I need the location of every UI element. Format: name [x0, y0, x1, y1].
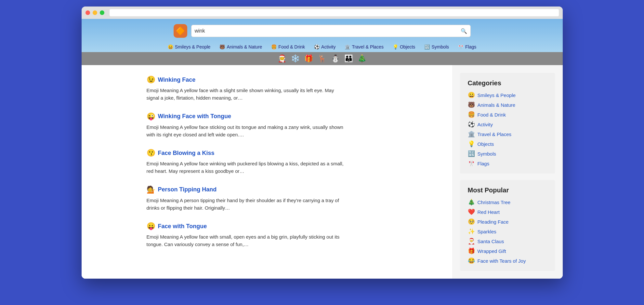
nav-animals[interactable]: 🐻Animals & Nature [219, 44, 262, 49]
cat-flags-link[interactable]: Flags [478, 161, 490, 166]
cat-animals-emoji: 🐻 [468, 101, 475, 108]
maximize-button[interactable] [100, 10, 104, 15]
result-link-2[interactable]: Face Blowing a Kiss [158, 150, 215, 157]
pleading-face-link[interactable]: Pleading Face [478, 219, 509, 225]
cat-objects-link[interactable]: Objects [478, 141, 494, 147]
cat-objects[interactable]: 💡Objects [468, 140, 547, 147]
result-title-0: 😉 Winking Face [147, 76, 437, 84]
nav-activity-emoji: ⚽ [314, 44, 320, 49]
result-link-1[interactable]: Winking Face with Tongue [158, 113, 231, 120]
categories-list: 😀Smileys & People 🐻Animals & Nature 🍔Foo… [468, 91, 547, 167]
nav-smileys[interactable]: 😀Smileys & People [168, 44, 211, 49]
subheader: 🧑‍🎄 ❄️ 🎁 🦌 ⛄ 👪 🎄 [82, 52, 563, 65]
search-row: 🔶 🔍 [82, 24, 563, 42]
nav-flags[interactable]: 🎌Flags [458, 44, 476, 49]
cat-symbols-link[interactable]: Symbols [478, 151, 496, 157]
tears-of-joy-link[interactable]: Face with Tears of Joy [478, 258, 526, 264]
result-emoji-3: 💁 [147, 186, 155, 194]
nav-symbols[interactable]: 🔣Symbols [424, 44, 449, 49]
result-title-2: 😗 Face Blowing a Kiss [147, 149, 437, 157]
wrapped-gift-link[interactable]: Wrapped Gift [478, 248, 506, 254]
nav-travel[interactable]: 🏛️Travel & Places [345, 44, 384, 49]
cat-smileys-link[interactable]: Smileys & People [478, 92, 516, 98]
red-heart-link[interactable]: Red Heart [478, 209, 500, 215]
subheader-icon-1[interactable]: ❄️ [291, 54, 300, 63]
popular-wrapped-gift[interactable]: 🎁Wrapped Gift [468, 247, 547, 255]
app-icon: 🔶 [174, 24, 187, 38]
cat-flags[interactable]: 🎌Flags [468, 160, 547, 167]
wrapped-gift-emoji: 🎁 [468, 247, 475, 255]
result-title-1: 😜 Winking Face with Tongue [147, 112, 437, 121]
result-text-0: Emoji Meaning A yellow face with a sligh… [147, 87, 348, 102]
christmas-tree-link[interactable]: Christmas Tree [478, 200, 511, 205]
main-content: 😉 Winking Face Emoji Meaning A yellow fa… [82, 65, 452, 279]
result-text-1: Emoji Meaning A yellow face sticking out… [147, 123, 348, 139]
popular-red-heart[interactable]: ❤️Red Heart [468, 208, 547, 215]
cat-symbols[interactable]: 🔣Symbols [468, 150, 547, 157]
cat-travel-link[interactable]: Travel & Places [478, 132, 511, 137]
nav-activity-label: Activity [321, 44, 335, 49]
cat-travel[interactable]: 🏛️Travel & Places [468, 131, 547, 138]
sparkles-emoji: ✨ [468, 228, 475, 235]
close-button[interactable] [85, 10, 90, 15]
search-input[interactable] [195, 28, 458, 34]
christmas-tree-emoji: 🎄 [468, 199, 475, 206]
popular-list: 🎄Christmas Tree ❤️Red Heart 🥺Pleading Fa… [468, 199, 547, 264]
categories-card: Categories 😀Smileys & People 🐻Animals & … [460, 73, 555, 173]
nav-travel-emoji: 🏛️ [345, 44, 350, 49]
subheader-icon-4[interactable]: ⛄ [331, 54, 340, 63]
popular-sparkles[interactable]: ✨Sparkles [468, 228, 547, 235]
url-bar[interactable] [110, 9, 559, 16]
red-heart-emoji: ❤️ [468, 208, 475, 215]
popular-tears-of-joy[interactable]: 😂Face with Tears of Joy [468, 257, 547, 264]
nav-smileys-emoji: 😀 [168, 44, 173, 49]
nav-flags-label: Flags [465, 44, 476, 49]
result-link-4[interactable]: Face with Tongue [158, 223, 207, 230]
cat-smileys[interactable]: 😀Smileys & People [468, 91, 547, 99]
result-text-3: Emoji Meaning A person tipping their han… [147, 197, 348, 212]
subheader-icon-2[interactable]: 🎁 [304, 54, 313, 63]
result-link-0[interactable]: Winking Face [158, 76, 196, 83]
cat-food-link[interactable]: Food & Drink [478, 112, 506, 118]
cat-animals-link[interactable]: Animals & Nature [478, 102, 516, 108]
minimize-button[interactable] [93, 10, 97, 15]
subheader-icon-5[interactable]: 👪 [344, 54, 353, 63]
cat-food[interactable]: 🍔Food & Drink [468, 111, 547, 118]
nav-food-emoji: 🍔 [271, 44, 277, 49]
nav-flags-emoji: 🎌 [458, 44, 464, 49]
categories-title: Categories [468, 79, 547, 87]
nav-objects[interactable]: 💡Objects [393, 44, 415, 49]
result-title-3: 💁 Person Tipping Hand [147, 186, 437, 194]
subheader-icon-0[interactable]: 🧑‍🎄 [278, 54, 286, 63]
nav-food[interactable]: 🍔Food & Drink [271, 44, 305, 49]
nav-food-label: Food & Drink [278, 44, 305, 49]
search-box[interactable]: 🔍 [191, 25, 471, 37]
cat-flags-emoji: 🎌 [468, 160, 475, 167]
popular-pleading-face[interactable]: 🥺Pleading Face [468, 218, 547, 225]
cat-travel-emoji: 🏛️ [468, 131, 475, 138]
nav-row: 😀Smileys & People 🐻Animals & Nature 🍔Foo… [82, 42, 563, 52]
popular-santa[interactable]: 🎅Santa Claus [468, 238, 547, 245]
cat-smileys-emoji: 😀 [468, 91, 475, 99]
content-area: 😉 Winking Face Emoji Meaning A yellow fa… [82, 65, 563, 279]
subheader-icon-3[interactable]: 🦌 [318, 54, 326, 63]
result-emoji-4: 😛 [147, 222, 155, 230]
cat-activity-link[interactable]: Activity [478, 122, 493, 127]
nav-activity[interactable]: ⚽Activity [314, 44, 335, 49]
nav-travel-label: Travel & Places [352, 44, 384, 49]
popular-christmas-tree[interactable]: 🎄Christmas Tree [468, 199, 547, 206]
cat-food-emoji: 🍔 [468, 111, 475, 118]
result-link-3[interactable]: Person Tipping Hand [158, 186, 217, 193]
search-icon[interactable]: 🔍 [461, 28, 467, 34]
santa-link[interactable]: Santa Claus [478, 239, 504, 244]
cat-symbols-emoji: 🔣 [468, 150, 475, 157]
result-text-2: Emoji Meaning A yellow face winking with… [147, 160, 348, 175]
subheader-icon-6[interactable]: 🎄 [358, 54, 366, 63]
cat-activity[interactable]: ⚽Activity [468, 121, 547, 128]
cat-animals[interactable]: 🐻Animals & Nature [468, 101, 547, 108]
result-item-0: 😉 Winking Face Emoji Meaning A yellow fa… [147, 76, 437, 102]
nav-symbols-emoji: 🔣 [424, 44, 430, 49]
sparkles-link[interactable]: Sparkles [478, 229, 496, 234]
sidebar: Categories 😀Smileys & People 🐻Animals & … [452, 65, 563, 279]
nav-objects-emoji: 💡 [393, 44, 398, 49]
